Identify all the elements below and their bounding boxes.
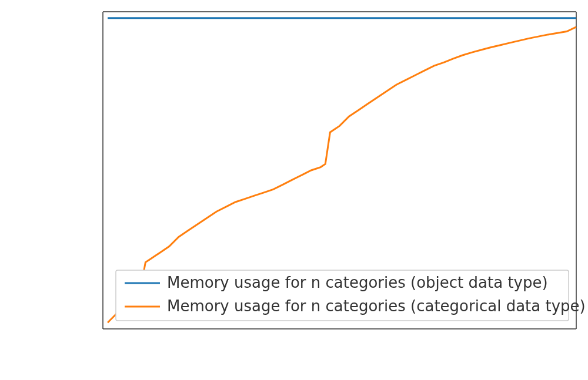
- legend: Memory usage for n categories (object da…: [116, 270, 586, 321]
- figure-bg: [0, 0, 588, 380]
- chart-svg: Memory usage for n categories (object da…: [0, 0, 588, 380]
- legend-label-categorical: Memory usage for n categories (categoric…: [167, 297, 586, 315]
- chart-container: Memory usage for n categories (object da…: [0, 0, 588, 380]
- legend-label-object: Memory usage for n categories (object da…: [167, 274, 548, 291]
